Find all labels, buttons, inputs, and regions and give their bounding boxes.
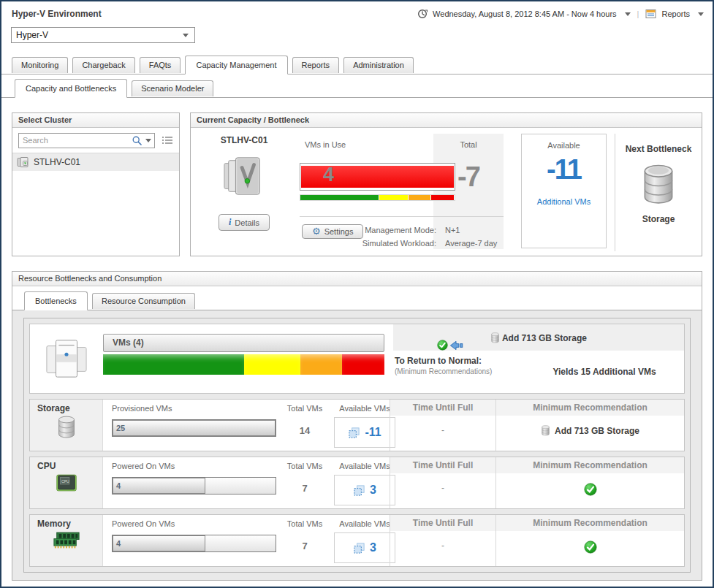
select-cluster-panel: Select Cluster STLHV-C01 [12,112,180,256]
search-box [18,133,155,148]
bottlenecks-table: VMs (4) Add 713 GB Storage [23,318,691,573]
cpu-available-vms-button[interactable]: 3 [334,475,395,505]
cluster-list-item[interactable]: STLHV-C01 [12,153,179,171]
vm-squares-icon [348,427,360,439]
time-until-full-header: Time Until Full [390,400,495,416]
reports-icon [645,9,656,19]
search-options-caret-icon[interactable] [145,139,151,142]
list-view-icon[interactable] [162,135,173,145]
divider: | [636,9,641,18]
total-value: -7 [433,161,504,193]
top-bar: Hyper-V Environment Wednesday, August 8,… [1,1,713,19]
info-icon: i [229,217,231,228]
cpu-available-vms-value: 3 [370,484,376,497]
storage-recommendation-text: Add 713 GB Storage [555,426,639,436]
tab-reports[interactable]: Reports [292,57,340,73]
vms-in-use-bar: 4 [300,163,455,191]
time-until-full-header: Time Until Full [390,457,495,473]
storage-available-cell: -11 [331,416,398,451]
tab-faqts[interactable]: FAQts [140,57,181,73]
available-value: -11 [522,154,606,186]
powered-on-vms-meter-fill: 4 [113,478,205,494]
capacity-zone-bar [300,194,455,201]
environment-value: Hyper-V [16,30,48,40]
summary-recommendation-text: Add 713 GB Storage [502,333,587,343]
current-capacity-panel: Current Capacity / Bottleneck STLHV-C01 … [190,112,702,256]
cpu-recommendation-cell: Minimum Recommendation [495,457,684,508]
provisioned-vms-meter: 25 [112,419,276,437]
tab-monitoring[interactable]: Monitoring [12,57,68,73]
tab-scenario-modeler[interactable]: Scenario Modeler [132,80,213,96]
reports-caret-icon[interactable] [698,12,704,16]
capacity-body: STLHV-C01 i Details VMs in Use Total [191,128,702,256]
storage-time-until-full-cell: Time Until Full - [390,400,495,451]
bottlenecks-tab-content: VMs (4) Add 713 GB Storage [12,310,702,580]
simulated-workload-label: Simulated Workload: [312,239,436,248]
resource-panel-title: Resource Bottlenecks and Consumption [12,272,702,286]
tab-capacity-management[interactable]: Capacity Management [185,56,287,75]
capacity-cluster-summary: STLHV-C01 i Details [191,128,297,256]
memory-time-until-full-cell: Time Until Full - [390,515,495,566]
minimum-recommendation-header: Minimum Recommendation [496,400,684,416]
capacity-divider [300,216,504,217]
zone-segment-fatal [431,195,455,200]
vms-in-use-label: VMs in Use [305,140,346,149]
timerange-icon [417,9,428,19]
cluster-stack-icon [223,154,265,198]
resource-row-cpu: CPU CPU Powered On VMs Total VMs Availab… [29,457,685,509]
resource-bottlenecks-panel: Resource Bottlenecks and Consumption Bot… [12,271,702,581]
return-to-normal-body: To Return to Normal: (Minimum Recommenda… [393,351,684,393]
top-panels-row: Select Cluster STLHV-C01 [12,112,702,256]
storage-icon-small [490,332,500,343]
minimum-recommendation-header: Minimum Recommendation [496,457,684,473]
search-input[interactable] [23,136,132,145]
cluster-icon [17,156,29,168]
zone-segment-normal [300,195,379,200]
management-mode-label: Management Mode: [312,226,436,234]
storage-time-until-full-value: - [390,416,495,435]
memory-available-vms-value: 3 [370,541,376,554]
timerange-selector[interactable]: Wednesday, August 8, 2012 8:45 AM - Now … [433,9,617,18]
total-label: Total [433,140,504,149]
cpu-time-until-full-cell: Time Until Full - [390,457,495,508]
storage-cylinder-icon [639,164,677,205]
vms-count-header: VMs (4) [103,334,384,352]
cluster-item-label: STLHV-C01 [34,157,80,167]
top-right-controls: Wednesday, August 8, 2012 8:45 AM - Now … [417,9,704,19]
tab-capacity-and-bottlenecks[interactable]: Capacity and Bottlenecks [15,79,127,98]
timerange-caret-icon[interactable] [625,12,631,16]
yields-text: Yields 15 Additional VMs [525,351,684,393]
additional-vms-link[interactable]: Additional VMs [537,197,590,206]
zone-segment-warning [379,195,409,200]
environment-dropdown[interactable]: Hyper-V [11,27,195,43]
return-to-normal-section: Add 713 GB Storage To Return to Normal: … [393,324,684,393]
check-circle-icon [584,541,597,554]
zone-segment-critical [409,195,432,200]
minimum-recommendations-sublabel: (Minimum Recommendations) [395,367,525,375]
tab-chargeback[interactable]: Chargeback [72,57,134,73]
vm-squares-icon [353,484,365,497]
tab-resource-consumption[interactable]: Resource Consumption [92,293,195,309]
capacity-table: VMs in Use Total 4 -7 ⚙ Settings Managem [297,134,607,249]
reports-menu[interactable]: Reports [661,9,690,18]
memory-recommendation-ok [496,531,684,556]
resource-row-memory: Memory Powered On VMs Total VMs Availabl… [29,514,685,567]
total-vms-column-label: Total VMs [278,519,331,531]
check-circle-icon [437,340,448,351]
available-vms-column-label: Available VMs [331,462,398,473]
tab-administration[interactable]: Administration [343,57,414,73]
simulated-workload-value: Average-7 day [445,239,533,248]
cpu-recommendation-ok [496,473,684,498]
resource-row-storage: Storage Provisioned VMs Total VMs Availa… [29,399,685,451]
storage-available-vms-button[interactable]: -11 [334,417,395,448]
details-button[interactable]: i Details [219,214,270,231]
available-vms-column-label: Available VMs [331,519,398,531]
return-to-normal-labels: To Return to Normal: (Minimum Recommenda… [393,351,525,393]
memory-available-vms-button[interactable]: 3 [334,532,395,563]
search-icon[interactable] [132,135,143,146]
vm-squares-icon [353,542,365,554]
sub-tab-bar: Capacity and Bottlenecks Scenario Modele… [1,78,713,98]
tab-bottlenecks[interactable]: Bottlenecks [24,291,88,310]
storage-recommendation-value: Add 713 GB Storage [496,416,684,438]
storage-recommendation-cell: Minimum Recommendation Add 713 GB Storag… [495,400,684,451]
